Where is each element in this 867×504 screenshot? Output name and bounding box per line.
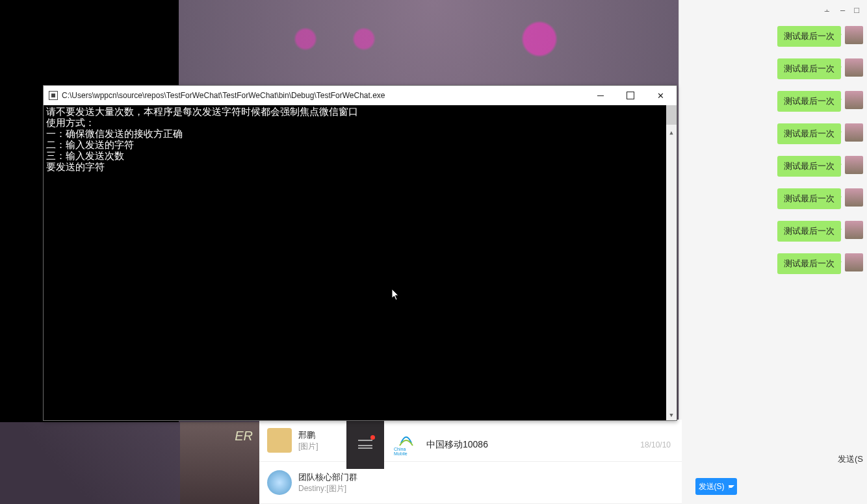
window-title: C:\Users\wppcn\source\repos\TestForWeCha… [62,91,586,100]
minimize-button[interactable] [586,86,615,105]
contact-avatar [267,470,292,495]
console-window: C:\Users\wppcn\source\repos\TestForWeCha… [43,85,677,421]
scroll-up-icon[interactable]: ▲ [666,127,677,138]
contact-avatar [267,428,292,453]
send-button-label: 发送(S) [699,481,725,492]
scrollbar-thumb[interactable] [666,105,677,125]
console-line: 三：输入发送次数 [46,150,124,162]
china-mobile-row[interactable]: China Mobile 中国移动10086 18/10/10 [386,429,679,461]
contact-subtitle: [图片] [298,441,318,452]
message-bubble[interactable]: 测试最后一次 [777,91,841,112]
maximize-button[interactable] [615,86,645,105]
app-icon [49,91,58,100]
message-row: 测试最后一次 [679,58,863,79]
console-line: 二：输入发送的字符 [46,139,134,151]
message-row: 测试最后一次 [679,221,863,242]
background-badge: ER [180,422,259,504]
message-row: 测试最后一次 [679,91,863,112]
message-row: 测试最后一次 [679,26,863,47]
scrollbar[interactable]: ▲ ▼ [666,105,677,420]
china-mobile-logo-icon: China Mobile [394,433,419,457]
contact-name: 邢鹏 [298,429,318,441]
avatar[interactable] [845,253,863,271]
message-bubble[interactable]: 测试最后一次 [777,253,841,274]
pin-icon[interactable]: ⫠ [823,5,831,15]
avatar[interactable] [845,58,863,77]
message-bubble[interactable]: 测试最后一次 [777,123,841,144]
console-line: 要发送的字符 [46,161,105,173]
message-bubble[interactable]: 测试最后一次 [777,221,841,242]
send-button[interactable]: 发送(S) [695,478,737,495]
avatar[interactable] [845,91,863,109]
china-mobile-name: 中国移动10086 [426,439,488,451]
message-row: 测试最后一次 [679,156,863,177]
send-hint-text: 发送(S [838,453,863,465]
avatar[interactable] [845,188,863,207]
message-row: 测试最后一次 [679,253,863,274]
contact-name: 团队核心部门群 [298,472,357,483]
message-bubble[interactable]: 测试最后一次 [777,156,841,177]
console-output[interactable]: 请不要发送大量次数，本程序是每次发送字符时候都会强制焦点微信窗口 使用方式： 一… [44,105,677,420]
contact-subtitle: Destiny:[图片] [298,483,357,494]
wechat-window: ⫠ – □ 测试最后一次 测试最后一次 测试最后一次 测试最后一次 测试最后一次… [679,0,867,504]
wechat-titlebar: ⫠ – □ [679,0,867,19]
contact-row[interactable]: 团队核心部门群 Destiny:[图片] [259,462,682,504]
message-bubble[interactable]: 测试最后一次 [777,188,841,209]
message-bubble[interactable]: 测试最后一次 [777,58,841,79]
hamburger-icon [358,440,372,449]
desktop-background: ⫠ – □ 测试最后一次 测试最后一次 测试最后一次 测试最后一次 测试最后一次… [0,0,867,504]
notification-dot-icon [370,435,375,440]
close-button[interactable] [645,86,675,105]
maximize-icon[interactable]: □ [854,5,859,15]
message-bubble[interactable]: 测试最后一次 [777,26,841,47]
china-mobile-date: 18/10/10 [640,440,671,449]
scroll-down-icon[interactable]: ▼ [666,410,677,420]
wechat-message-list: 测试最后一次 测试最后一次 测试最后一次 测试最后一次 测试最后一次 测试最后一… [679,19,867,504]
avatar[interactable] [845,221,863,239]
avatar[interactable] [845,26,863,44]
message-row: 测试最后一次 [679,188,863,209]
console-line: 请不要发送大量次数，本程序是每次发送字符时候都会强制焦点微信窗口 [46,106,358,118]
avatar[interactable] [845,156,863,174]
minimize-icon[interactable]: – [840,5,845,15]
console-line: 一：确保微信发送的接收方正确 [46,128,183,140]
console-line: 使用方式： [46,117,95,129]
chevron-down-icon [729,485,734,490]
wechat-menu-button[interactable] [346,420,384,469]
console-titlebar[interactable]: C:\Users\wppcn\source\repos\TestForWeCha… [44,86,677,105]
avatar[interactable] [845,123,863,142]
